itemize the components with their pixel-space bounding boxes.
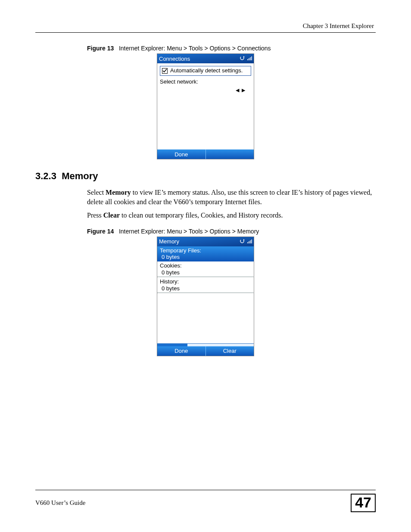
figure13-caption-text: Internet Explorer: Menu > Tools > Option… <box>119 45 271 52</box>
clear-softkey[interactable]: Clear <box>206 348 254 354</box>
temp-files-value: 0 bytes <box>160 254 251 261</box>
figure14-caption-text: Internet Explorer: Menu > Tools > Option… <box>119 228 259 235</box>
temp-files-label: Temporary Files: <box>160 247 251 254</box>
cookies-label: Cookies: <box>160 262 251 269</box>
done-softkey[interactable]: Done <box>157 151 206 158</box>
footer-row: V660 User’s Guide 47 <box>35 494 376 512</box>
figure14-screenshot: Memory Temporary Files: 0 bytes Cookies:… <box>35 236 376 356</box>
history-value: 0 bytes <box>160 285 251 292</box>
section-title: Memory <box>62 171 98 181</box>
memory-title: Memory <box>159 238 179 245</box>
footer-guide-label: V660 User’s Guide <box>35 499 85 507</box>
auto-detect-checkbox[interactable] <box>162 68 168 74</box>
refresh-icon <box>239 239 245 244</box>
memory-item-cookies[interactable]: Cookies: 0 bytes <box>157 261 254 277</box>
chapter-header: Chapter 3 Internet Explorer <box>35 22 376 30</box>
footer-rule <box>35 490 376 490</box>
softkey-divider <box>206 149 206 159</box>
para2-pre: Press <box>87 212 103 219</box>
section-number: 3.2.3 <box>35 171 56 181</box>
arrow-left-icon: ◀ <box>236 87 239 93</box>
memory-screen: Memory Temporary Files: 0 bytes Cookies:… <box>157 236 254 356</box>
figure14-label: Figure 14 <box>87 228 114 235</box>
para2-post: to clean out temporary files, Cookies, a… <box>120 212 283 219</box>
figure13-caption: Figure 13 Internet Explorer: Menu > Tool… <box>87 45 376 52</box>
titlebar-icons-2 <box>239 239 252 244</box>
memory-titlebar: Memory <box>157 237 254 246</box>
connections-screen: Connections Automatically detect setting… <box>157 53 254 159</box>
done-softkey[interactable]: Done <box>157 348 206 354</box>
refresh-icon <box>239 56 245 61</box>
memory-item-temp-files[interactable]: Temporary Files: 0 bytes <box>157 246 254 261</box>
para1-bold: Memory <box>106 189 131 196</box>
memory-body: Temporary Files: 0 bytes Cookies: 0 byte… <box>157 246 254 346</box>
network-selector[interactable]: ◀ ▶ <box>160 87 251 93</box>
figure13-label: Figure 13 <box>87 45 114 52</box>
connections-titlebar: Connections <box>157 54 254 63</box>
para1-pre: Select <box>87 189 106 196</box>
memory-empty-space <box>157 293 254 343</box>
cookies-value: 0 bytes <box>160 269 251 276</box>
signal-icon <box>247 239 252 244</box>
header-rule <box>35 32 376 33</box>
para-2: Press Clear to clean out temporary files… <box>35 211 376 220</box>
connections-body: Automatically detect settings. Select ne… <box>157 63 254 149</box>
memory-item-history[interactable]: History: 0 bytes <box>157 277 254 292</box>
section-heading: 3.2.3 Memory <box>35 171 376 182</box>
auto-detect-row[interactable]: Automatically detect settings. <box>160 66 251 76</box>
connections-softkeys: Done <box>157 149 254 159</box>
arrow-right-icon: ▶ <box>242 87 245 93</box>
titlebar-icons <box>239 56 252 61</box>
connections-title: Connections <box>159 56 190 62</box>
page-number: 47 <box>351 494 376 512</box>
page: Chapter 3 Internet Explorer Figure 13 In… <box>0 0 411 532</box>
figure14-caption: Figure 14 Internet Explorer: Menu > Tool… <box>87 228 376 235</box>
auto-detect-label: Automatically detect settings. <box>170 68 243 74</box>
memory-scrollbar <box>157 343 254 346</box>
figure13-screenshot: Connections Automatically detect setting… <box>35 53 376 159</box>
checkmark-icon <box>162 68 167 73</box>
select-network-label: Select network: <box>160 78 251 85</box>
page-footer: V660 User’s Guide 47 <box>35 490 376 512</box>
history-label: History: <box>160 278 251 285</box>
memory-softkeys: Done Clear <box>157 346 254 356</box>
para2-bold: Clear <box>103 212 120 219</box>
signal-icon <box>247 56 252 61</box>
para-1: Select Memory to view IE’s memory status… <box>35 188 376 206</box>
